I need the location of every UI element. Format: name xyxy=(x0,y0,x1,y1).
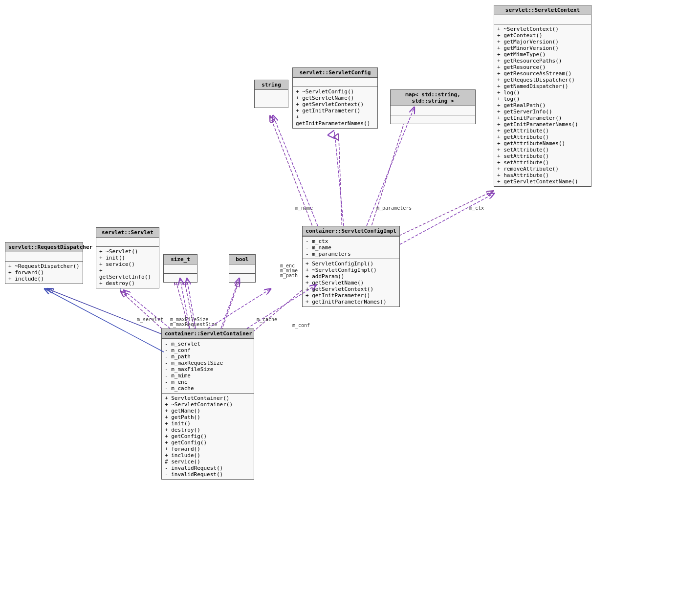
method-line: + ~Servlet() xyxy=(99,248,156,255)
method-line: + setAttribute() xyxy=(497,153,588,159)
method-line: + getServletName() xyxy=(296,95,374,101)
svg-line-6 xyxy=(270,115,315,234)
svg-line-22 xyxy=(123,290,170,329)
field-line: - m_conf xyxy=(165,347,251,353)
servlet-config-methods: + ~ServletConfig() + getServletName() + … xyxy=(293,87,377,128)
servlet-context-header: servlet::ServletContext xyxy=(494,5,591,15)
label-m-parameters: m_parameters xyxy=(376,205,412,211)
method-line: + include() xyxy=(8,276,80,282)
servlet-methods: + ~Servlet() + init() + service() + getS… xyxy=(96,246,159,288)
field-line: - m_maxRequestSize xyxy=(165,360,251,366)
method-line: + ~ServletConfig() xyxy=(296,88,374,95)
method-line: + getRequestDispatcher() xyxy=(497,77,588,83)
method-line: + forward() xyxy=(8,269,80,276)
method-line: + getServletContext() xyxy=(306,286,396,292)
svg-line-18 xyxy=(335,134,344,226)
method-line: + addParam() xyxy=(306,273,396,280)
method-line: + getAttribute() xyxy=(497,128,588,134)
method-line: + forward() xyxy=(165,446,251,452)
field-line: - m_enc xyxy=(165,379,251,385)
string-methods xyxy=(255,99,288,108)
method-line: + getServletName() xyxy=(306,280,396,286)
servlet-context-box: servlet::ServletContext + ~ServletContex… xyxy=(494,5,591,187)
method-line: + getAttributeNames() xyxy=(497,140,588,147)
method-line: + ServletConfigImpl() xyxy=(306,261,396,267)
method-line: + ~ServletContainer() xyxy=(165,401,251,408)
size-t-header: size_t xyxy=(164,255,197,264)
method-line: + getServerInfo() xyxy=(497,109,588,115)
string-box: string xyxy=(254,80,288,108)
size-t-methods xyxy=(164,273,197,282)
method-line: + destroy() xyxy=(165,427,251,433)
field-line: - m_path xyxy=(165,353,251,360)
field-line: - m_servlet xyxy=(165,341,251,347)
svg-line-27 xyxy=(208,288,271,329)
method-line: # service() xyxy=(165,459,251,465)
svg-line-26 xyxy=(221,278,240,329)
method-line: + service() xyxy=(99,261,156,267)
method-line: + getInitParameterNames() xyxy=(296,114,374,127)
servlet-config-impl-methods: + ServletConfigImpl() + ~ServletConfigIm… xyxy=(303,259,399,307)
request-dispatcher-header: servlet::RequestDispatcher xyxy=(5,242,83,252)
size-t-box: size_t xyxy=(163,254,197,283)
method-line: + ~RequestDispatcher() xyxy=(8,263,80,269)
method-line: + getServletContext() xyxy=(296,101,374,108)
servlet-config-header: servlet::ServletConfig xyxy=(293,68,377,78)
string-header: string xyxy=(255,80,288,90)
method-line: + getInitParameter() xyxy=(306,292,396,299)
servlet-context-methods: + ~ServletContext() + getContext() + get… xyxy=(494,24,591,186)
request-dispatcher-box: servlet::RequestDispatcher + ~RequestDis… xyxy=(5,242,83,284)
method-line: + getServletInfo() xyxy=(99,267,156,280)
label-m-ctx: m_ctx xyxy=(469,205,484,211)
method-line: + getInitParameterNames() xyxy=(497,121,588,128)
method-line: + hasAttribute() xyxy=(497,172,588,178)
method-line: + removeAttribute() xyxy=(497,166,588,172)
method-line: + setAttribute() xyxy=(497,159,588,166)
method-line: + getInitParameterNames() xyxy=(306,299,396,305)
method-line: + getMajorVersion() xyxy=(497,39,588,45)
method-line: + getMinorVersion() xyxy=(497,45,588,51)
label-m-conf: m_conf xyxy=(292,323,310,328)
servlet-header: servlet::Servlet xyxy=(96,228,159,238)
method-line: + getContext() xyxy=(497,32,588,39)
method-line: + init() xyxy=(165,420,251,427)
method-line: + getName() xyxy=(165,408,251,414)
method-line: + getNamedDispatcher() xyxy=(497,83,588,89)
method-line: + ~ServletConfigImpl() xyxy=(306,267,396,273)
map-header: map< std::string, std::string > xyxy=(391,90,475,106)
field-line: - m_ctx xyxy=(306,238,396,244)
method-line: + getPath() xyxy=(165,414,251,420)
method-line: + getConfig() xyxy=(165,433,251,439)
label-m-name: m_name xyxy=(295,205,313,211)
servlet-container-header: container::ServletContainer xyxy=(162,329,254,339)
method-line: + getMimeType() xyxy=(497,51,588,58)
svg-line-8 xyxy=(391,191,494,240)
map-methods xyxy=(391,115,475,124)
method-line: + init() xyxy=(99,255,156,261)
servlet-box: servlet::Servlet + ~Servlet() + init() +… xyxy=(96,227,159,288)
method-line: + getInitParameter() xyxy=(497,115,588,121)
servlet-config-impl-fields: - m_ctx - m_name - m_parameters xyxy=(303,236,399,259)
method-line: + getResource() xyxy=(497,64,588,70)
method-line: + getResourcePaths() xyxy=(497,58,588,64)
servlet-config-impl-box: container::ServletConfigImpl - m_ctx - m… xyxy=(302,226,400,307)
method-line: + getRealPath() xyxy=(497,102,588,109)
method-line: + getResourceAsStream() xyxy=(497,70,588,77)
method-line: + include() xyxy=(165,452,251,459)
field-line: - m_name xyxy=(306,244,396,251)
servlet-container-methods: + ServletContainer() + ~ServletContainer… xyxy=(162,393,254,479)
method-line: + getInitParameter() xyxy=(296,108,374,114)
field-line: - m_cache xyxy=(165,385,251,392)
servlet-config-box: servlet::ServletConfig + ~ServletConfig(… xyxy=(292,67,378,129)
label-m-servlet: m_servlet xyxy=(137,317,163,322)
label-m-max-request-size: m_maxRequestSize xyxy=(170,322,217,327)
label-m-path: m_path xyxy=(280,273,298,278)
servlet-container-box: container::ServletContainer - m_servlet … xyxy=(161,329,254,480)
map-box: map< std::string, std::string > xyxy=(390,89,476,124)
method-line: + setAttribute() xyxy=(497,147,588,153)
field-line: - m_parameters xyxy=(306,251,396,257)
method-line: - invalidRequest() xyxy=(165,471,251,478)
method-line: - invalidRequest() xyxy=(165,465,251,471)
method-line: + getServletContextName() xyxy=(497,178,588,185)
method-line: + getAttribute() xyxy=(497,134,588,140)
